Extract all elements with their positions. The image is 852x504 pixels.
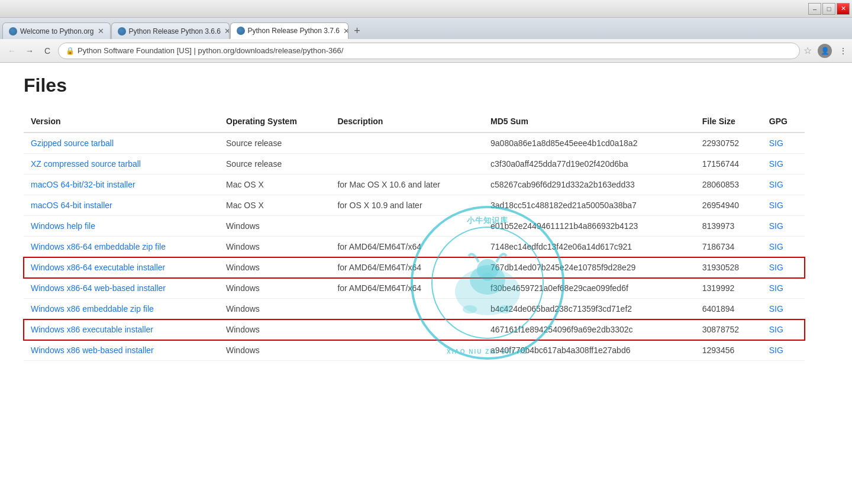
tab-close-2[interactable]: ✕ [224,27,230,35]
version-link-8[interactable]: Windows x86 embeddable zip file [31,304,154,314]
minimize-button[interactable]: – [808,3,821,15]
sig-link-10[interactable]: SIG [769,345,783,355]
files-table: Version Operating System Description MD5… [24,111,805,361]
cell-md5-7: f30be4659721a0ef68e29cae099fed6f [483,278,695,299]
cell-version-2: macOS 64-bit/32-bit installer [24,175,219,195]
cell-md5-8: b4c424de065bad238c71359f3cd71ef2 [483,299,695,319]
cell-description-8 [330,299,483,319]
sig-link-3[interactable]: SIG [769,201,783,210]
table-row: Windows x86 web-based installerWindowsa9… [24,340,805,361]
cell-size-10: 1293456 [695,340,762,361]
browser-window: – □ ✕ Welcome to Python.org ✕ Python Rel… [0,0,852,504]
url-text: Python Software Foundation [US] | python… [78,46,343,55]
cell-gpg-9: SIG [762,319,805,340]
version-link-10[interactable]: Windows x86 web-based installer [31,345,154,355]
version-link-3[interactable]: macOS 64-bit installer [31,201,112,210]
cell-version-0: Gzipped source tarball [24,133,219,154]
cell-os-3: Mac OS X [219,195,330,216]
sig-link-0[interactable]: SIG [769,138,783,148]
tab-close-3[interactable]: ✕ [343,27,348,35]
version-link-4[interactable]: Windows help file [31,221,95,231]
cell-size-6: 31930528 [695,257,762,278]
title-bar: – □ ✕ [0,0,852,18]
version-link-1[interactable]: XZ compressed source tarball [31,159,141,169]
maximize-button[interactable]: □ [822,3,835,15]
table-row: Windows x86-64 embeddable zip fileWindow… [24,237,805,257]
cell-gpg-5: SIG [762,237,805,257]
browser-menu-icon[interactable]: ⋮ [839,46,847,56]
table-row: macOS 64-bit installerMac OS Xfor OS X 1… [24,195,805,216]
profile-avatar[interactable]: 👤 [818,44,832,58]
cell-version-6: Windows x86-64 executable installer [24,257,219,278]
cell-version-10: Windows x86 web-based installer [24,340,219,361]
cell-os-5: Windows [219,237,330,257]
cell-md5-5: 7148ec14edfdc13f42e06a14d617c921 [483,237,695,257]
col-header-md5: MD5 Sum [483,111,695,133]
cell-version-1: XZ compressed source tarball [24,154,219,175]
url-path: python.org/downloads/release/python-366/ [198,46,344,55]
col-header-size: File Size [695,111,762,133]
page-content: Files Version Operating System Descripti… [0,63,828,373]
sig-link-5[interactable]: SIG [769,242,783,251]
tab-1[interactable]: Welcome to Python.org ✕ [2,22,111,39]
version-link-2[interactable]: macOS 64-bit/32-bit installer [31,180,135,189]
address-bar: ← → C 🔒 Python Software Foundation [US] … [0,39,852,63]
cell-gpg-2: SIG [762,175,805,195]
cell-os-8: Windows [219,299,330,319]
sig-link-8[interactable]: SIG [769,304,783,314]
table-row: Windows x86 executable installerWindows4… [24,319,805,340]
col-header-version: Version [24,111,219,133]
cell-description-10 [330,340,483,361]
sig-link-1[interactable]: SIG [769,159,783,169]
cell-version-9: Windows x86 executable installer [24,319,219,340]
cell-os-0: Source release [219,133,330,154]
table-header-row: Version Operating System Description MD5… [24,111,805,133]
version-link-5[interactable]: Windows x86-64 embeddable zip file [31,242,166,251]
version-link-7[interactable]: Windows x86-64 web-based installer [31,283,166,293]
tab-3[interactable]: Python Release Python 3.7.6 ✕ [230,22,348,39]
col-header-description: Description [330,111,483,133]
cell-gpg-7: SIG [762,278,805,299]
tabs-bar: Welcome to Python.org ✕ Python Release P… [0,18,852,39]
new-tab-button[interactable]: + [349,22,366,39]
cell-os-2: Mac OS X [219,175,330,195]
version-link-6[interactable]: Windows x86-64 executable installer [31,263,165,272]
col-header-os: Operating System [219,111,330,133]
cell-os-6: Windows [219,257,330,278]
cell-size-8: 6401894 [695,299,762,319]
cell-md5-10: a940f770b4bc617ab4a308ff1e27abd6 [483,340,695,361]
cell-md5-0: 9a080a86e1a8d85e45eee4b1cd0a18a2 [483,133,695,154]
forward-button[interactable]: → [22,44,37,58]
version-link-0[interactable]: Gzipped source tarball [31,138,114,148]
cell-size-1: 17156744 [695,154,762,175]
bookmark-star-icon[interactable]: ☆ [803,45,812,56]
cell-description-2: for Mac OS X 10.6 and later [330,175,483,195]
cell-md5-1: c3f30a0aff425dda77d19e02f420d6ba [483,154,695,175]
table-row: Windows x86-64 web-based installerWindow… [24,278,805,299]
cell-version-7: Windows x86-64 web-based installer [24,278,219,299]
cell-size-9: 30878752 [695,319,762,340]
cell-os-9: Windows [219,319,330,340]
sig-link-2[interactable]: SIG [769,180,783,189]
tab-2[interactable]: Python Release Python 3.6.6 ✕ [111,22,230,39]
cell-size-7: 1319992 [695,278,762,299]
sig-link-4[interactable]: SIG [769,221,783,231]
table-row: XZ compressed source tarballSource relea… [24,154,805,175]
cell-gpg-8: SIG [762,299,805,319]
cell-version-3: macOS 64-bit installer [24,195,219,216]
sig-link-6[interactable]: SIG [769,263,783,272]
url-domain: Python Software Foundation [US] | [78,46,198,55]
sig-link-9[interactable]: SIG [769,325,783,334]
refresh-button[interactable]: C [40,44,54,58]
tab-close-1[interactable]: ✕ [98,27,104,35]
sig-link-7[interactable]: SIG [769,283,783,293]
cell-size-2: 28060853 [695,175,762,195]
table-row: Gzipped source tarballSource release9a08… [24,133,805,154]
cell-os-1: Source release [219,154,330,175]
close-button[interactable]: ✕ [837,3,850,15]
cell-gpg-10: SIG [762,340,805,361]
back-button[interactable]: ← [5,44,19,58]
version-link-9[interactable]: Windows x86 executable installer [31,325,153,334]
url-bar[interactable]: 🔒 Python Software Foundation [US] | pyth… [58,43,800,59]
cell-md5-6: 767db14ed07b245e24e10785f9d28e29 [483,257,695,278]
